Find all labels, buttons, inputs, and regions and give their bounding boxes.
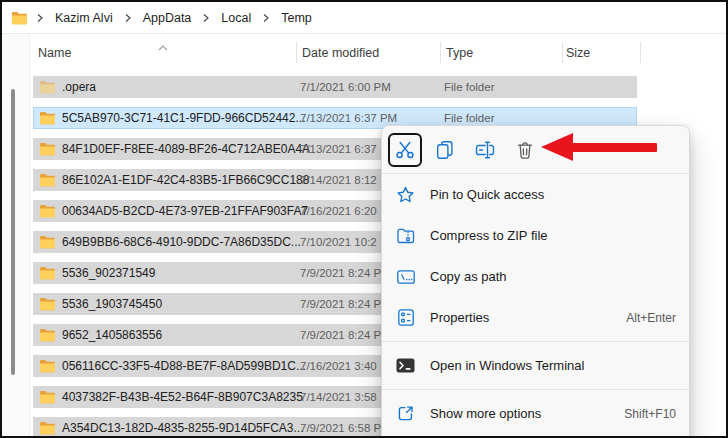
file-name: 5536_1903745450 [62, 297, 162, 311]
file-date-modified: 7/16/2021 6:20 [300, 205, 377, 217]
menu-item[interactable]: Pin to Quick access [382, 174, 689, 215]
column-divider[interactable] [640, 42, 641, 63]
file-explorer-window: Kazim AlviAppDataLocalTemp NameDate modi… [0, 0, 728, 438]
menu-item-label: Properties [430, 310, 626, 325]
file-date-modified: 7/9/2021 8:24 P [300, 267, 381, 279]
zip-folder-icon [396, 228, 415, 244]
file-name: 9652_1405863556 [62, 328, 162, 342]
folder-icon [39, 142, 56, 156]
folder-icon [39, 173, 56, 187]
file-type: File folder [444, 112, 495, 124]
scissors-icon [395, 141, 415, 159]
folder-icon [39, 235, 56, 249]
menu-item-label: Pin to Quick access [430, 187, 676, 202]
menu-separator [382, 341, 689, 342]
pin-star-icon [396, 186, 415, 204]
file-type: File folder [444, 81, 495, 93]
file-name: 056116CC-33F5-4D88-BE7F-8AD599BD1C... [62, 359, 306, 373]
folder-icon [39, 359, 56, 373]
sort-ascending-icon [158, 37, 168, 55]
file-date-modified: 7/10/2021 10:2 [300, 236, 377, 248]
menu-item[interactable]: Open in Windows Terminal [382, 345, 689, 386]
folder-icon [39, 297, 56, 311]
file-name: 4037382F-B43B-4E52-B64F-8B907C3A8235 [62, 390, 303, 404]
column-header[interactable]: Size [566, 46, 590, 60]
breadcrumb-item[interactable]: Local [214, 9, 258, 27]
rename-icon [475, 141, 495, 159]
menu-item-label: Compress to ZIP file [430, 228, 676, 243]
rename-button[interactable] [468, 133, 502, 167]
file-name: 84F1D0EF-F8EE-4089-BF26-4C712ABE0A4A [62, 142, 310, 156]
breadcrumb-item[interactable]: AppData [136, 9, 199, 27]
cut-button[interactable] [388, 133, 422, 167]
chevron-right-icon[interactable] [258, 13, 274, 23]
menu-item[interactable]: Compress to ZIP file [382, 215, 689, 256]
chevron-right-icon[interactable] [32, 13, 48, 23]
vertical-scrollbar[interactable] [11, 89, 15, 375]
column-header[interactable]: Name [38, 46, 71, 60]
breadcrumb-item[interactable]: Kazim Alvi [48, 9, 120, 27]
file-date-modified: 7/1/2021 6:00 PM [300, 81, 391, 93]
file-row[interactable]: .opera7/1/2021 6:00 PMFile folder [33, 76, 637, 98]
column-divider[interactable] [296, 42, 297, 63]
file-date-modified: 7/14/2021 8:12 [300, 174, 377, 186]
terminal-icon [396, 358, 415, 373]
context-menu-items: Pin to Quick accessCompress to ZIP fileC… [382, 174, 689, 434]
breadcrumb-item[interactable]: Temp [274, 9, 319, 27]
file-date-modified: 7/9/2021 8:24 P [300, 298, 381, 310]
menu-item-label: Copy as path [430, 269, 676, 284]
menu-item-label: Open in Windows Terminal [430, 358, 676, 373]
folder-icon [39, 80, 56, 94]
file-name: .opera [62, 80, 96, 94]
file-date-modified: 7/9/2021 8:24 P [300, 329, 381, 341]
folder-icon [39, 204, 56, 218]
file-name: 5536_902371549 [62, 266, 155, 280]
menu-item-shortcut: Shift+F10 [624, 407, 676, 421]
file-name: 00634AD5-B2CD-4E73-97EB-21FFAF903FA7 [62, 204, 308, 218]
copy-icon [437, 141, 453, 159]
chevron-right-icon[interactable] [120, 13, 136, 23]
folder-icon [39, 390, 56, 404]
chevron-right-icon[interactable] [198, 13, 214, 23]
folder-icon [39, 328, 56, 342]
column-header[interactable]: Date modified [302, 46, 379, 60]
folder-icon [39, 421, 56, 435]
column-divider[interactable] [440, 42, 441, 63]
breadcrumb: Kazim AlviAppDataLocalTemp [2, 2, 726, 34]
file-name: 649B9BB6-68C6-4910-9DDC-7A86D35DC... [62, 235, 301, 249]
menu-item[interactable]: Show more optionsShift+F10 [382, 393, 689, 434]
navigation-pane-edge [2, 34, 30, 436]
context-menu: Pin to Quick accessCompress to ZIP fileC… [381, 125, 690, 438]
menu-item-label: Show more options [430, 406, 624, 421]
file-date-modified: 7/9/2021 6:58 P [300, 422, 381, 434]
copy-path-icon [396, 270, 415, 284]
column-header[interactable]: Type [446, 46, 473, 60]
show-more-icon [396, 405, 415, 422]
delete-button[interactable] [508, 133, 542, 167]
address-folder-icon[interactable] [11, 11, 28, 25]
menu-item[interactable]: PropertiesAlt+Enter [382, 297, 689, 338]
file-date-modified: 7/13/2021 6:37 PM [300, 112, 397, 124]
column-divider[interactable] [562, 42, 563, 63]
file-name: 5C5AB970-3C71-41C1-9FDD-966CD52442... [62, 111, 305, 125]
file-date-modified: 7/16/2021 3:40 [300, 360, 377, 372]
file-name: A354DC13-182D-4835-8255-9D14D5FCA3... [62, 421, 303, 435]
file-date-modified: 7/13/2021 6:37 [300, 143, 377, 155]
trash-icon [517, 141, 533, 159]
folder-icon [39, 266, 56, 280]
context-menu-toolbar [382, 126, 689, 173]
menu-item[interactable]: Copy as path [382, 256, 689, 297]
menu-item-shortcut: Alt+Enter [626, 311, 676, 325]
copy-button[interactable] [428, 133, 462, 167]
file-name: 86E102A1-E1DF-42C4-83B5-1FB66C9CC188 [62, 173, 309, 187]
menu-separator [382, 389, 689, 390]
properties-icon [396, 309, 415, 326]
file-date-modified: 7/14/2021 3:58 [300, 391, 377, 403]
folder-icon [39, 111, 56, 125]
